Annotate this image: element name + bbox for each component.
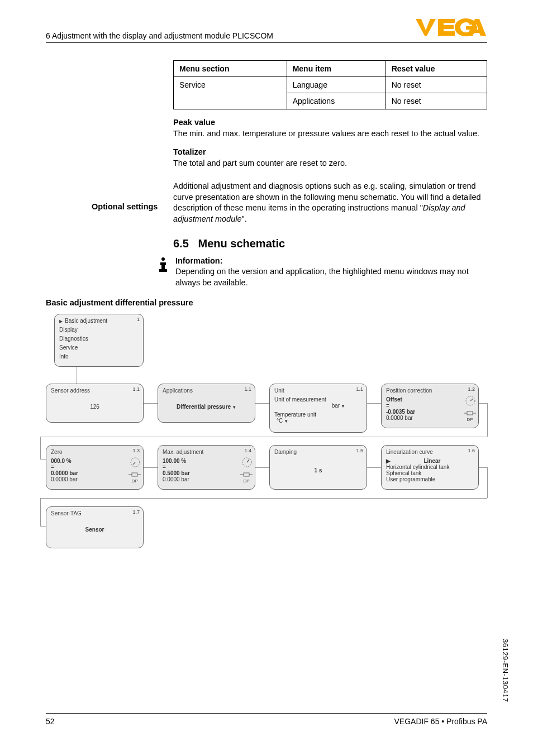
menu-item-info: Info [59,353,139,360]
menu-schematic: 1 Basic adjustment Display Diagnostics S… [46,314,487,582]
card-value: 126 [51,404,139,410]
card-number: 1.6 [468,448,475,453]
subheading-basic-adjustment: Basic adjustment differential pressure [46,298,487,307]
card-value: bar [274,403,362,409]
card-label: Unit of measurement [274,396,362,403]
table-cell: No reset [386,93,487,109]
card-number: 1.1 [356,386,363,392]
card-label: = [51,464,139,470]
info-title: Information: [175,256,487,267]
card-title: Damping [274,449,362,455]
card-title: Position correction [386,387,474,394]
connector [40,437,41,459]
card-number: 1.4 [244,448,251,453]
card-value: Differential pressure [163,404,250,410]
info-body: Depending on the version and application… [175,266,487,288]
card-title: Linearization curve [386,449,474,455]
card-value: 000.0 % [51,458,139,464]
svg-rect-11 [132,473,137,476]
svg-rect-16 [244,473,249,476]
card-label: Temperature unit [274,412,362,418]
card-sensor-address: 1.1 Sensor address 126 [46,384,144,423]
menu-item-service: Service [59,344,139,351]
svg-line-5 [470,399,473,401]
heading-number: 6.5 [173,237,189,250]
connector [77,367,77,384]
table-header: Reset value [386,61,487,77]
connector [255,467,269,468]
information-note: Information: Depending on the version an… [155,256,487,289]
connector [255,403,269,404]
card-number: 1 [137,317,140,322]
connector [40,498,41,526]
card-linearization: 1.6 Linearization curve ▶Linear Horizont… [381,445,479,490]
dp-icon: DP [129,472,141,484]
svg-line-15 [247,460,249,462]
card-number: 1.1 [132,386,140,392]
card-number: 1.7 [132,509,140,515]
peak-value-section: Peak value The min. and max. temperature… [173,117,487,139]
card-number: 1.3 [132,448,140,453]
card-value: Sensor [51,527,139,533]
side-heading-optional: Optional settings [92,202,158,211]
svg-rect-6 [467,412,473,415]
card-main-menu: 1 Basic adjustment Display Diagnostics S… [54,314,144,367]
section-body: The min. and max. temperature or pressur… [173,128,487,140]
reset-table: Menu section Menu item Reset value Servi… [173,60,487,109]
card-unit: 1.1 Unit Unit of measurement bar Tempera… [269,384,367,433]
table-header: Menu section [174,61,287,77]
table-row: Service Language No reset [174,77,487,93]
card-number: 1.2 [468,386,475,392]
card-title: Sensor address [51,387,139,394]
brand-logo [415,17,487,39]
card-max-adjustment: 1.4 Max. adjustment 100.00 % = 0.5000 ba… [158,445,255,490]
card-value: Horizontal cylindrical tank [386,464,474,470]
connector [367,403,381,404]
connector [479,467,487,468]
card-title: Zero [51,449,139,455]
card-damping: 1.5 Damping 1 s [269,445,367,490]
table-cell: No reset [386,77,487,93]
svg-rect-2 [161,262,165,270]
card-number: 1.5 [356,448,363,453]
section-title: Peak value [173,117,487,128]
connector [40,498,487,499]
page-footer: 52 VEGADIF 65 • Profibus PA [46,713,487,726]
card-value: ▶Linear [386,458,474,464]
card-value: 0.0000 bar [163,476,250,482]
card-value: -0.0035 bar [386,409,474,415]
gauge-icon [465,395,476,408]
card-number: 1.1 [244,386,251,392]
footer-doc-title: VEGADIF 65 • Profibus PA [394,717,487,726]
heading-6-5: 6.5 Menu schematic [173,237,487,250]
connector [40,459,46,460]
card-title: Unit [274,387,362,394]
menu-item-basic-adjustment: Basic adjustment [59,318,139,324]
card-applications: 1.1 Applications Differential pressure [158,384,255,423]
card-title: Sensor-TAG [51,510,139,516]
table-header-row: Menu section Menu item Reset value [174,61,487,77]
menu-item-display: Display [59,327,139,333]
connector [40,526,46,527]
card-value: 0.5000 bar [163,470,250,476]
heading-title: Menu schematic [198,237,285,250]
document-code: 36129-EN-130417 [501,639,510,702]
card-value: 0.0000 bar [386,415,474,421]
connector [367,467,381,468]
card-label: Offset [386,396,474,403]
card-value: User programmable [386,476,474,482]
svg-rect-3 [159,269,167,272]
section-title: Totalizer [173,147,487,158]
connector [144,467,158,468]
card-value: Spherical tank [386,470,474,476]
connector [487,403,488,437]
card-value: 100.00 % [163,458,250,464]
table-cell: Language [287,77,386,93]
dp-icon: DP [464,410,476,422]
information-icon [155,257,171,289]
card-zero: 1.3 Zero 000.0 % = 0.0000 bar 0.0000 bar… [46,445,144,490]
totalizer-section: Totalizer The total and part sum counter… [173,147,487,169]
page-number: 52 [46,717,55,726]
card-value: °C [274,418,362,424]
table-cell: Applications [287,93,386,109]
